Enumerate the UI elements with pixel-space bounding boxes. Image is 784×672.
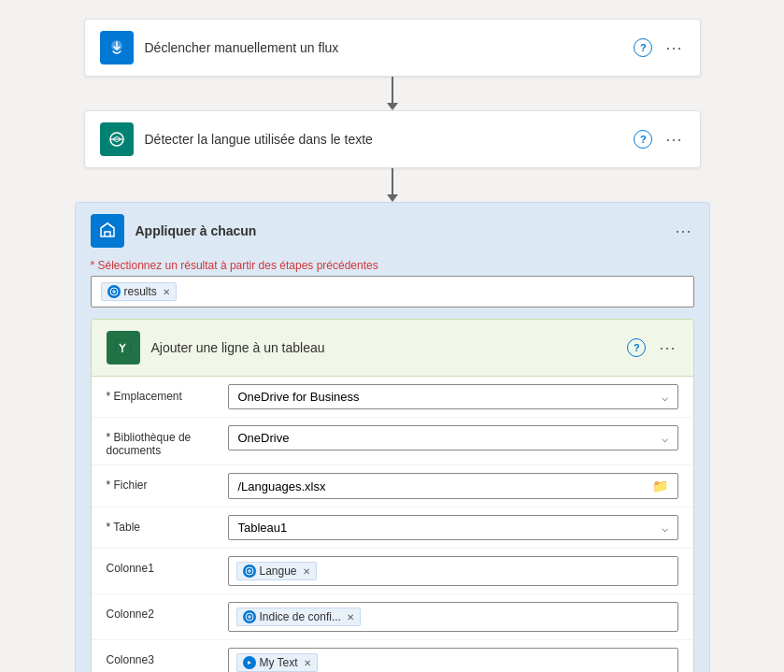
action-icon (107, 331, 140, 365)
langue-token-icon (243, 565, 256, 578)
trigger-label: Déclencher manuellement un flux (145, 40, 623, 55)
mytext-token-close[interactable]: ✕ (304, 658, 311, 668)
trigger-help-btn[interactable]: ? (634, 38, 652, 57)
action-actions: ? ··· (627, 336, 677, 360)
svg-rect-6 (116, 340, 131, 355)
select-label: * Sélectionnez un résultat à partir des … (91, 259, 694, 272)
langue-token-text: Langue (260, 565, 297, 578)
emplacement-label: * Emplacement (107, 384, 228, 403)
emplacement-dropdown[interactable]: OneDrive for Business ⌵ (228, 384, 678, 409)
results-token: results ✕ (101, 282, 177, 301)
emplacement-text: OneDrive for Business (238, 390, 360, 404)
table-value: Tableau1 ⌵ (228, 515, 678, 540)
bibliotheque-label: * Bibliothèque de documents (107, 425, 228, 457)
loop-icon (91, 214, 124, 248)
results-token-text: results (124, 285, 157, 298)
trigger-step: Déclencher manuellement un flux ? ··· (84, 19, 701, 77)
table-dropdown[interactable]: Tableau1 ⌵ (228, 515, 678, 540)
bibliotheque-row: * Bibliothèque de documents OneDrive ⌵ (92, 418, 693, 465)
emplacement-row: * Emplacement OneDrive for Business ⌵ (92, 377, 693, 418)
action-help-btn[interactable]: ? (627, 338, 646, 357)
langue-token-close[interactable]: ✕ (303, 566, 310, 577)
arrow-1 (387, 77, 398, 110)
emplacement-value: OneDrive for Business ⌵ (228, 384, 678, 409)
table-text: Tableau1 (238, 521, 288, 535)
bibliotheque-text: OneDrive (238, 431, 290, 445)
action-header: Ajouter une ligne à un tableau ? ··· (92, 320, 693, 376)
langue-token: Langue ✕ (236, 562, 317, 580)
trigger-actions: ? ··· (634, 36, 684, 60)
detect-menu-btn[interactable]: ··· (663, 128, 684, 151)
trigger-menu-btn[interactable]: ··· (663, 36, 684, 60)
colonne3-value: My Text ✕ (228, 648, 678, 672)
emplacement-arrow-icon: ⌵ (662, 391, 668, 404)
colonne1-row: Colonne1 L (92, 549, 693, 594)
bibliotheque-dropdown[interactable]: OneDrive ⌵ (228, 425, 678, 450)
bibliotheque-arrow-icon: ⌵ (662, 432, 668, 445)
select-area: * Sélectionnez un résultat à partir des … (91, 259, 694, 307)
loop-container: Appliquer à chacun ··· * Sélectionnez un… (75, 202, 710, 672)
detect-actions: ? ··· (634, 128, 684, 151)
fichier-text: /Languages.xlsx (238, 479, 326, 493)
indice-token-close[interactable]: ✕ (347, 612, 354, 622)
indice-token-icon (243, 610, 256, 623)
arrow-line-2 (392, 168, 393, 194)
action-menu-btn[interactable]: ··· (657, 336, 677, 360)
arrow-head-2 (387, 194, 398, 202)
table-arrow-icon: ⌵ (662, 522, 668, 535)
trigger-icon (100, 31, 134, 64)
detect-icon (100, 122, 134, 156)
results-token-close[interactable]: ✕ (163, 287, 170, 297)
colonne2-label: Colonne2 (107, 602, 228, 621)
table-label: * Table (107, 515, 228, 534)
fichier-label: * Fichier (107, 473, 228, 492)
action-card: Ajouter une ligne à un tableau ? ··· * E… (91, 319, 694, 672)
colonne1-label: Colonne1 (107, 556, 228, 575)
mytext-token-icon (243, 656, 256, 669)
detect-step: Détecter la langue utilisée dans le text… (84, 110, 701, 168)
arrow-line-1 (392, 77, 393, 103)
colonne2-value: Indice de confi... ✕ (228, 602, 678, 632)
arrow-2 (387, 168, 398, 202)
bibliotheque-value: OneDrive ⌵ (228, 425, 678, 450)
detect-label: Détecter la langue utilisée dans le text… (145, 132, 623, 147)
colonne3-token-field[interactable]: My Text ✕ (228, 648, 678, 672)
loop-menu-btn[interactable]: ··· (673, 220, 693, 243)
fichier-row: * Fichier /Languages.xlsx 📁 (92, 465, 693, 508)
indice-token: Indice de confi... ✕ (236, 608, 361, 626)
detect-help-btn[interactable]: ? (634, 130, 652, 149)
select-input[interactable]: results ✕ (91, 276, 694, 307)
fichier-value: /Languages.xlsx 📁 (228, 473, 678, 499)
colonne1-token-field[interactable]: Langue ✕ (228, 556, 678, 586)
table-row: * Table Tableau1 ⌵ (92, 508, 693, 549)
loop-title: Appliquer à chacun (135, 223, 663, 238)
colonne2-row: Colonne2 I (92, 594, 693, 640)
loop-header: Appliquer à chacun ··· (76, 203, 709, 259)
fichier-field[interactable]: /Languages.xlsx 📁 (228, 473, 678, 499)
action-title: Ajouter une ligne à un tableau (151, 340, 617, 355)
indice-token-text: Indice de confi... (260, 610, 341, 623)
mytext-token-text: My Text (260, 656, 298, 669)
colonne1-value: Langue ✕ (228, 556, 678, 586)
colonne3-row: Colonne3 My Text ✕ (92, 640, 693, 672)
colonne3-label: Colonne3 (107, 648, 228, 666)
results-token-icon (107, 285, 121, 298)
colonne2-token-field[interactable]: Indice de confi... ✕ (228, 602, 678, 632)
form-fields: * Emplacement OneDrive for Business ⌵ * … (92, 376, 693, 672)
fichier-folder-icon: 📁 (652, 479, 668, 493)
canvas: Déclencher manuellement un flux ? ··· Dé… (37, 19, 748, 672)
arrow-head-1 (387, 103, 398, 110)
mytext-token: My Text ✕ (236, 653, 318, 672)
